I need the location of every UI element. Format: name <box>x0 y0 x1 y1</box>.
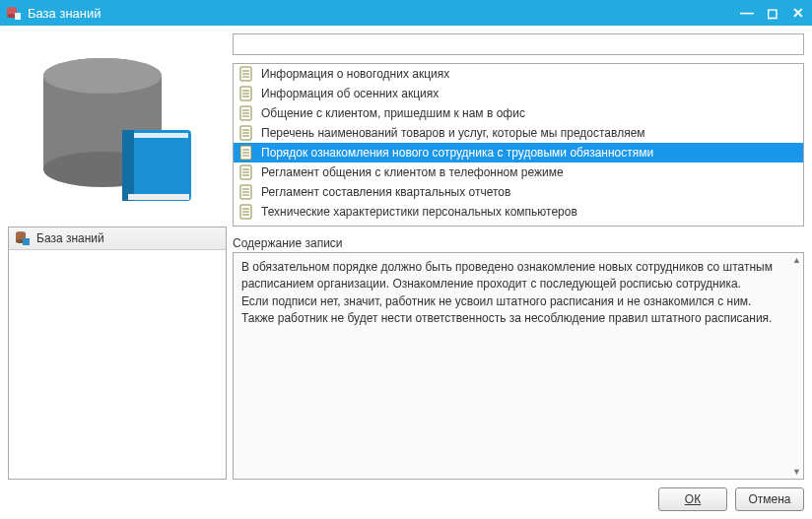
document-icon <box>239 184 253 200</box>
article-list-item[interactable]: Регламент составления квартальных отчето… <box>234 182 803 202</box>
article-title: Информация о новогодних акциях <box>261 67 449 81</box>
article-title: Общение с клиентом, пришедшим к нам в оф… <box>261 106 525 120</box>
window-controls: — ◻ ✕ <box>739 5 806 21</box>
document-icon <box>239 145 253 161</box>
article-list-item[interactable]: Информация об осенних акциях <box>234 84 803 103</box>
tree-root-label: База знаний <box>36 231 104 245</box>
document-icon <box>239 66 253 82</box>
window-title: База знаний <box>28 6 739 21</box>
document-icon <box>239 164 253 180</box>
scroll-down-icon[interactable]: ▼ <box>792 467 801 477</box>
close-button[interactable]: ✕ <box>790 5 806 21</box>
article-title: Регламент составления квартальных отчето… <box>261 185 510 199</box>
detail-section-label: Содержание записи <box>233 236 804 250</box>
article-title: Порядок ознакомления нового сотрудника с… <box>261 146 653 160</box>
article-list-item[interactable]: Перечень наименований товаров и услуг, к… <box>234 123 803 143</box>
ok-label: ОК <box>685 492 701 506</box>
kb-icon <box>15 230 31 246</box>
article-list-item[interactable]: Технические характеристики персональных … <box>234 202 803 222</box>
document-icon <box>239 125 253 141</box>
app-icon <box>6 5 22 21</box>
article-title: Перечень наименований товаров и услуг, к… <box>261 126 645 140</box>
scroll-up-icon[interactable]: ▲ <box>792 255 801 265</box>
article-list-item[interactable]: Регламент общения с клиентом в телефонно… <box>234 162 803 182</box>
dialog-buttons: ОК Отмена <box>8 480 804 511</box>
ok-button[interactable]: ОК <box>658 487 727 511</box>
svg-point-7 <box>43 58 162 94</box>
svg-rect-10 <box>134 133 188 138</box>
titlebar: База знаний — ◻ ✕ <box>0 0 812 26</box>
left-column: База знаний <box>8 33 227 480</box>
svg-rect-9 <box>122 130 134 201</box>
svg-rect-3 <box>15 13 21 20</box>
article-title: Технические характеристики персональных … <box>261 205 577 219</box>
article-title: Регламент общения с клиентом в телефонно… <box>261 165 564 179</box>
kb-illustration <box>8 33 227 227</box>
detail-body[interactable]: В обязательном порядке должно быть прове… <box>233 252 804 480</box>
document-icon <box>239 105 253 121</box>
document-icon <box>239 204 253 220</box>
category-tree[interactable]: База знаний <box>8 227 227 480</box>
article-title: Информация об осенних акциях <box>261 87 439 100</box>
article-list-item[interactable]: Порядок ознакомления нового сотрудника с… <box>234 143 803 162</box>
maximize-button[interactable]: ◻ <box>765 5 780 21</box>
minimize-button[interactable]: — <box>739 5 755 21</box>
svg-rect-15 <box>23 238 30 245</box>
article-list-item[interactable]: Общение с клиентом, пришедшим к нам в оф… <box>234 103 803 123</box>
cancel-button[interactable]: Отмена <box>735 487 804 511</box>
article-list[interactable]: Информация о новогодних акциях Информаци… <box>233 63 804 227</box>
cancel-label: Отмена <box>748 492 790 506</box>
article-list-item[interactable]: Информация о новогодних акциях <box>234 64 803 84</box>
search-input[interactable] <box>233 33 804 55</box>
content-area: База знаний Информация о новогодних акци… <box>0 26 812 519</box>
document-icon <box>239 86 253 101</box>
tree-root-item[interactable]: База знаний <box>9 227 226 250</box>
right-column: Информация о новогодних акциях Информаци… <box>233 33 804 480</box>
svg-rect-11 <box>128 194 189 200</box>
